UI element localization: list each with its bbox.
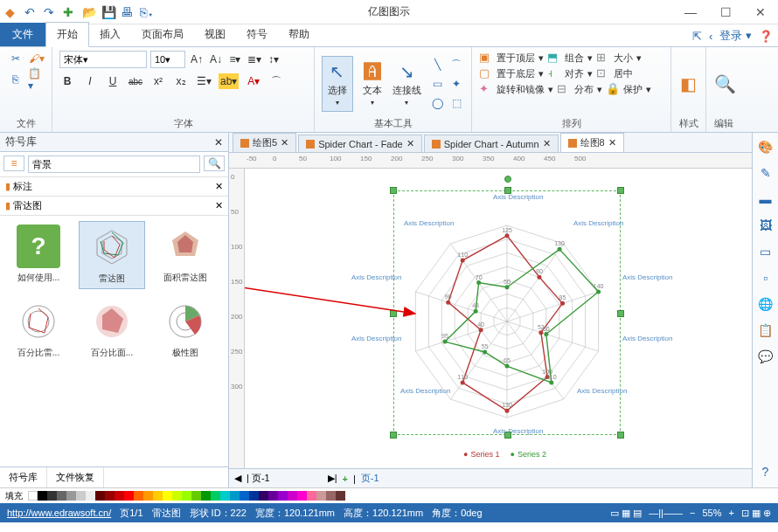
line-spacing-button[interactable]: ↕▾ [266,52,281,67]
copy-button[interactable]: ⎘ [7,72,23,87]
doc-tab[interactable]: 绘图8✕ [560,133,624,152]
bring-front-button[interactable]: 置于顶层 [497,52,535,65]
color-swatch[interactable] [66,491,76,501]
status-url[interactable]: http://www.edrawsoft.cn/ [7,508,111,518]
tab-page-layout[interactable]: 页面布局 [131,23,194,46]
image-button[interactable]: 🖼 [757,217,775,234]
superscript-button[interactable]: x² [150,73,166,89]
align-top-button[interactable]: ≣▾ [247,52,262,67]
open-button[interactable]: 📂 [82,5,96,19]
text-tool-button[interactable]: 🅰文本▾ [357,56,388,112]
close-icon[interactable]: ✕ [215,200,223,211]
color-swatch[interactable] [191,491,201,501]
distribute-button[interactable]: 分布 [574,83,594,96]
strikethrough-button[interactable]: abc [128,73,143,89]
select-tool-button[interactable]: ↖选择▾ [322,56,353,112]
cut-button[interactable]: ✂ [8,51,24,66]
close-icon[interactable]: ✕ [406,138,414,149]
italic-button[interactable]: I [82,73,98,89]
undo-button[interactable]: ↶ [24,5,38,19]
tab-view[interactable]: 视图 [194,23,236,46]
shape-radar-percent[interactable]: 百分比雷... [5,296,72,363]
color-swatch[interactable] [249,491,259,501]
help-button[interactable]: ? [757,463,775,480]
star-shape-button[interactable]: ✦ [448,76,464,92]
paste-button[interactable]: 📋▾ [28,72,45,87]
font-color-button[interactable]: A▾ [246,73,261,89]
color-swatch[interactable] [201,491,211,501]
page-button[interactable]: ▫ [757,269,775,287]
color-swatch[interactable] [163,491,172,501]
shape-help[interactable]: ?如何使用... [5,221,72,289]
close-icon[interactable]: ✕ [215,181,223,192]
pen-button[interactable]: ✎ [757,164,775,182]
find-button[interactable]: 🔍 [713,56,737,112]
color-swatch[interactable] [143,491,153,501]
search-button[interactable]: 🔍 [204,155,225,171]
bullets-button[interactable]: ☰▾ [196,73,212,89]
color-swatch[interactable] [259,491,268,501]
color-swatch[interactable] [134,491,143,501]
color-swatch[interactable] [38,491,47,501]
send-back-button[interactable]: 置于底层 [497,67,535,80]
save-button[interactable]: 💾 [101,5,115,19]
panel-close-button[interactable]: ✕ [214,136,223,149]
tab-insert[interactable]: 插入 [89,23,131,46]
color-swatch[interactable] [297,491,307,501]
rotate-button[interactable]: 旋转和镜像 [497,83,545,96]
radar-chart[interactable]: 1258085521001301104090110501301406011065… [393,190,621,435]
color-swatch[interactable] [211,491,220,501]
footer-tab-recover[interactable]: 文件恢复 [47,467,104,487]
close-button[interactable]: ✕ [743,0,778,24]
new-button[interactable]: ✚ [63,5,77,19]
export-image-button[interactable]: ⇱ [692,30,702,43]
highlight-button[interactable]: ab▾ [219,73,239,89]
crop-button[interactable]: ⬚ [448,95,464,111]
align-button[interactable]: 对齐 [565,67,584,80]
zoom-out-button[interactable]: − [690,508,695,518]
bold-button[interactable]: B [59,73,75,89]
shape-polar[interactable]: 极性图 [152,296,219,363]
doc-tab[interactable]: Spider Chart - Fade✕ [298,135,422,152]
color-swatch[interactable] [220,491,230,501]
color-swatch[interactable] [230,491,240,501]
page-nav-prev[interactable]: ◀ [234,473,241,484]
minimize-button[interactable]: — [673,0,708,24]
page-tab[interactable]: | 页-1 [247,472,270,485]
doc-tab[interactable]: 绘图5✕ [233,133,296,152]
export-button[interactable]: ⎘▾ [140,5,154,19]
close-icon[interactable]: ✕ [543,138,551,149]
library-toggle-button[interactable]: ≡ [3,155,24,171]
login-button[interactable]: 登录 ▾ [719,28,752,44]
color-swatch[interactable] [268,491,278,501]
color-swatch[interactable] [182,491,191,501]
shape-radar-area[interactable]: 面积雷达图 [152,221,219,289]
group-button[interactable]: 组合 [565,52,584,65]
color-swatch[interactable] [86,491,95,501]
footer-tab-library[interactable]: 符号库 [0,467,47,487]
close-icon[interactable]: ✕ [281,137,288,149]
line-shape-button[interactable]: ╲ [429,57,445,73]
font-size-combo[interactable]: 10 ▾ [150,51,185,68]
color-swatch[interactable] [278,491,288,501]
curve-text-button[interactable]: ⌒ [268,73,284,89]
zoom-slider[interactable]: —||—— [649,508,683,518]
page-tab[interactable]: 页-1 [361,472,379,485]
help-icon[interactable]: ❓ [759,30,773,43]
format-painter-button[interactable]: 🖌▾ [29,51,45,66]
subscript-button[interactable]: x₂ [173,73,189,89]
color-swatch[interactable] [153,491,163,501]
protect-button[interactable]: 保护 [623,83,643,96]
font-name-combo[interactable]: 宋体 ▾ [59,51,147,68]
shrink-font-button[interactable]: A↓ [208,52,224,67]
redo-button[interactable]: ↷ [44,5,58,19]
view-mode-buttons[interactable]: ▭ ▦ ▤ [610,508,642,519]
fill-button[interactable]: ▬ [757,190,775,208]
color-swatch[interactable] [316,491,326,501]
align-left-button[interactable]: ≡▾ [227,52,243,67]
web-button[interactable]: 🌐 [757,295,775,313]
grow-font-button[interactable]: A↑ [189,52,205,67]
category-radar[interactable]: ▮ 雷达图✕ [0,197,228,216]
color-swatch[interactable] [57,491,66,501]
tab-symbol[interactable]: 符号 [236,23,278,46]
